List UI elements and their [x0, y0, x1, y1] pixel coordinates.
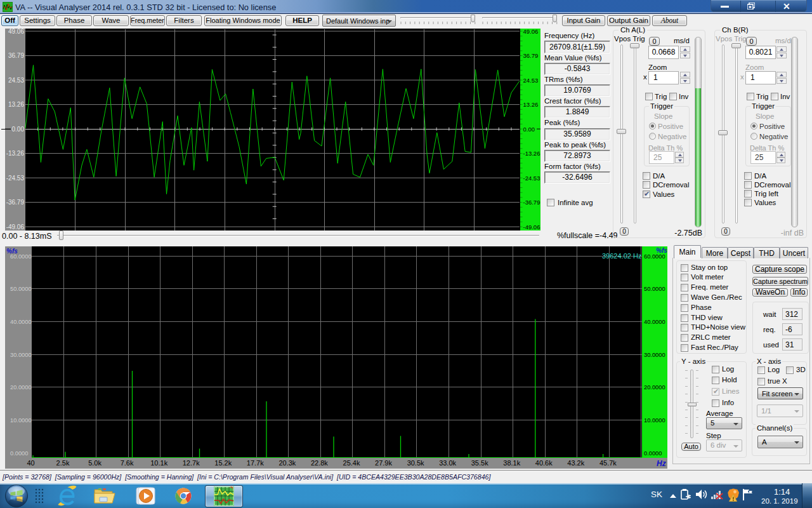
svg-text:40: 40	[27, 459, 34, 467]
svg-text:-36.79: -36.79	[523, 199, 540, 206]
svg-text:30.0000: 30.0000	[644, 352, 665, 358]
svg-text:0.00: 0.00	[523, 126, 535, 133]
svg-text:40.0000: 40.0000	[644, 319, 665, 325]
svg-text:49.06: 49.06	[8, 29, 24, 35]
svg-text:45.7k: 45.7k	[599, 459, 617, 467]
svg-text:17.7k: 17.7k	[247, 459, 264, 467]
svg-text:25.4k: 25.4k	[343, 459, 360, 467]
svg-text:0.0000: 0.0000	[10, 450, 28, 457]
svg-text:15.2k: 15.2k	[214, 459, 232, 467]
svg-text:10.1k: 10.1k	[150, 459, 167, 467]
svg-text:60.0000: 60.0000	[644, 253, 665, 260]
svg-text:-36.79: -36.79	[6, 199, 25, 206]
svg-text:40.6k: 40.6k	[535, 459, 553, 467]
svg-text:30.0000: 30.0000	[10, 352, 32, 358]
svg-text:33.0k: 33.0k	[439, 459, 456, 467]
svg-text:13.26: 13.26	[8, 101, 24, 108]
svg-text:20.0000: 20.0000	[644, 384, 665, 391]
svg-text:24.53: 24.53	[8, 77, 24, 84]
svg-text:43.2k: 43.2k	[567, 459, 584, 467]
svg-text:Hz: Hz	[657, 459, 666, 468]
svg-text:20.0000: 20.0000	[10, 384, 32, 391]
svg-text:36.79: 36.79	[8, 52, 24, 59]
svg-text:24.53: 24.53	[523, 77, 539, 84]
svg-text:10.0000: 10.0000	[644, 417, 665, 424]
svg-text:0.00: 0.00	[12, 126, 25, 133]
svg-text:-49.06: -49.06	[6, 224, 25, 231]
svg-text:7.6k: 7.6k	[121, 459, 134, 467]
svg-text:-49.06: -49.06	[523, 224, 540, 231]
svg-text:36.79: 36.79	[523, 52, 539, 59]
svg-text:38.1k: 38.1k	[503, 459, 520, 467]
svg-text:13.26: 13.26	[523, 101, 539, 108]
svg-text:35.5k: 35.5k	[471, 459, 488, 467]
svg-text:2.5k: 2.5k	[56, 459, 70, 467]
svg-text:50.0000: 50.0000	[644, 286, 665, 292]
svg-text:49.06: 49.06	[523, 29, 539, 35]
svg-text:-13.26: -13.26	[523, 150, 540, 157]
svg-text:20.3k: 20.3k	[278, 459, 296, 467]
svg-text:27.9k: 27.9k	[375, 459, 392, 467]
svg-text:22.8k: 22.8k	[311, 459, 328, 467]
svg-text:12.7k: 12.7k	[183, 459, 200, 467]
svg-text:40.0000: 40.0000	[10, 319, 32, 325]
svg-text:%fs: %fs	[656, 247, 667, 254]
svg-text:50.0000: 50.0000	[10, 286, 32, 292]
svg-text:%fs: %fs	[6, 248, 18, 255]
svg-text:39624.02 Hz: 39624.02 Hz	[602, 252, 641, 260]
svg-text:-13.26: -13.26	[6, 150, 25, 157]
svg-text:5.0k: 5.0k	[88, 459, 102, 467]
svg-text:-24.53: -24.53	[523, 175, 540, 182]
svg-text:-24.53: -24.53	[6, 175, 25, 182]
svg-text:0.0000: 0.0000	[644, 450, 662, 457]
svg-text:30.5k: 30.5k	[407, 459, 424, 467]
svg-text:10.0000: 10.0000	[10, 417, 32, 424]
